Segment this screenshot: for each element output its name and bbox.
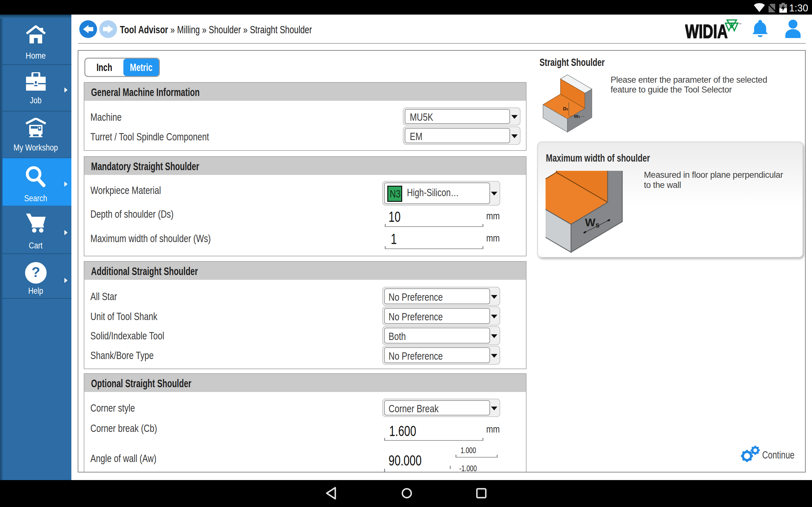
svg-text:?: ? (32, 264, 40, 280)
svg-text:™: ™ (738, 22, 742, 26)
svg-text:WIDIA: WIDIA (685, 20, 728, 40)
